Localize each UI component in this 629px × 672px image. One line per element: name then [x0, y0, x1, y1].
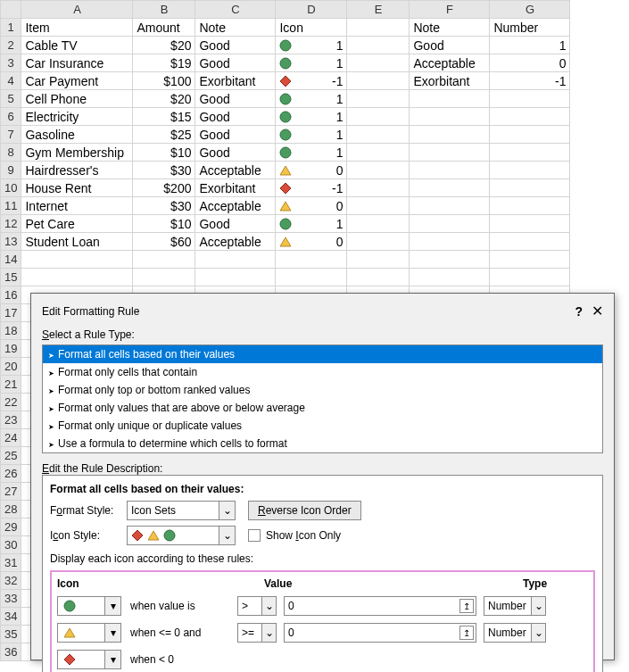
col-C-header[interactable]: C	[195, 1, 276, 19]
cell[interactable]: Good	[195, 144, 276, 162]
row-4-header[interactable]: 4	[1, 72, 21, 90]
cell[interactable]	[490, 108, 570, 126]
cell[interactable]	[490, 269, 570, 286]
cell[interactable]: 1	[276, 215, 347, 233]
cell[interactable]	[410, 269, 490, 286]
col-E-header[interactable]: E	[347, 1, 410, 19]
row-9-header[interactable]: 9	[1, 162, 21, 179]
cell[interactable]: Good	[410, 37, 490, 54]
cell[interactable]	[490, 197, 570, 215]
rule-type-item[interactable]: Use a formula to determine which cells t…	[43, 435, 602, 452]
cell[interactable]	[347, 144, 410, 162]
rule-type-item[interactable]: Format only cells that contain	[43, 363, 602, 381]
rule-icon-select[interactable]: ▾	[57, 596, 121, 616]
col-D-header[interactable]: D	[276, 1, 347, 19]
cell[interactable]	[347, 179, 410, 197]
cell[interactable]	[195, 269, 276, 286]
cell[interactable]: Good	[195, 126, 276, 144]
cell[interactable]: Note	[195, 19, 276, 37]
row-24-header[interactable]: 24	[1, 429, 21, 447]
cell[interactable]: Good	[195, 90, 276, 108]
cell[interactable]: $20	[133, 90, 195, 108]
range-selector-icon[interactable]: ↥	[459, 626, 474, 640]
row-13-header[interactable]: 13	[1, 233, 21, 251]
cell[interactable]: Note	[410, 19, 490, 37]
col-G-header[interactable]: G	[490, 1, 570, 19]
row-6-header[interactable]: 6	[1, 108, 21, 126]
show-icon-only-checkbox[interactable]	[248, 529, 261, 542]
cell[interactable]: Cable TV	[21, 37, 133, 54]
cell[interactable]	[410, 126, 490, 144]
cell[interactable]: Acceptable	[410, 54, 490, 72]
row-35-header[interactable]: 35	[1, 626, 21, 643]
row-19-header[interactable]: 19	[1, 340, 21, 358]
row-32-header[interactable]: 32	[1, 572, 21, 590]
rule-type-item[interactable]: Format only values that are above or bel…	[43, 399, 602, 417]
cell[interactable]	[490, 162, 570, 179]
rule-value-input[interactable]: 0↥	[284, 623, 476, 643]
cell[interactable]	[410, 162, 490, 179]
help-button[interactable]: ?	[575, 304, 583, 319]
row-15-header[interactable]: 15	[1, 269, 21, 286]
rule-type-item[interactable]: Format only top or bottom ranked values	[43, 381, 602, 399]
cell[interactable]	[21, 251, 133, 269]
row-11-header[interactable]: 11	[1, 197, 21, 215]
cell[interactable]: 1	[276, 126, 347, 144]
cell[interactable]	[490, 90, 570, 108]
row-31-header[interactable]: 31	[1, 554, 21, 572]
cell[interactable]	[347, 251, 410, 269]
row-5-header[interactable]: 5	[1, 90, 21, 108]
cell[interactable]	[347, 90, 410, 108]
row-28-header[interactable]: 28	[1, 501, 21, 519]
cell[interactable]	[410, 108, 490, 126]
cell[interactable]: $15	[133, 108, 195, 126]
cell[interactable]	[410, 233, 490, 251]
range-selector-icon[interactable]: ↥	[459, 599, 474, 613]
cell[interactable]	[347, 269, 410, 286]
cell[interactable]: $25	[133, 126, 195, 144]
cell[interactable]	[490, 215, 570, 233]
cell[interactable]: Exorbitant	[195, 179, 276, 197]
rule-type-list[interactable]: Format all cells based on their values F…	[42, 344, 603, 453]
cell[interactable]	[347, 162, 410, 179]
rule-icon-select[interactable]: ▾	[57, 623, 121, 643]
cell[interactable]	[410, 144, 490, 162]
cell[interactable]	[410, 197, 490, 215]
row-1-header[interactable]: 1	[1, 19, 21, 37]
row-7-header[interactable]: 7	[1, 126, 21, 144]
cell[interactable]	[21, 269, 133, 286]
row-21-header[interactable]: 21	[1, 376, 21, 394]
cell[interactable]: -1	[276, 72, 347, 90]
cell[interactable]: 1	[490, 37, 570, 54]
cell[interactable]: 1	[276, 54, 347, 72]
cell[interactable]	[410, 251, 490, 269]
cell[interactable]	[276, 269, 347, 286]
cell[interactable]: $200	[133, 179, 195, 197]
row-25-header[interactable]: 25	[1, 447, 21, 465]
rule-type-select[interactable]: Number⌄	[484, 623, 546, 643]
icon-style-select[interactable]: ⌄	[127, 526, 236, 545]
cell[interactable]: Acceptable	[195, 162, 276, 179]
cell[interactable]: House Rent	[21, 179, 133, 197]
cell[interactable]: -1	[276, 179, 347, 197]
row-14-header[interactable]: 14	[1, 251, 21, 269]
cell[interactable]	[490, 251, 570, 269]
cell[interactable]: Icon	[276, 19, 347, 37]
cell[interactable]: Exorbitant	[195, 72, 276, 90]
cell[interactable]: 1	[276, 144, 347, 162]
cell[interactable]: Car Insurance	[21, 54, 133, 72]
reverse-icon-order-button[interactable]: Reverse Icon Order	[248, 501, 361, 520]
row-23-header[interactable]: 23	[1, 411, 21, 429]
cell[interactable]	[347, 233, 410, 251]
col-F-header[interactable]: F	[410, 1, 490, 19]
cell[interactable]: Electricity	[21, 108, 133, 126]
rule-type-select[interactable]: Number⌄	[484, 596, 546, 616]
cell[interactable]: Good	[195, 54, 276, 72]
close-button[interactable]: ✕	[592, 303, 603, 319]
cell[interactable]	[490, 126, 570, 144]
cell[interactable]	[410, 179, 490, 197]
cell[interactable]: Good	[195, 215, 276, 233]
cell[interactable]: Exorbitant	[410, 72, 490, 90]
cell[interactable]: Good	[195, 37, 276, 54]
cell[interactable]	[347, 72, 410, 90]
